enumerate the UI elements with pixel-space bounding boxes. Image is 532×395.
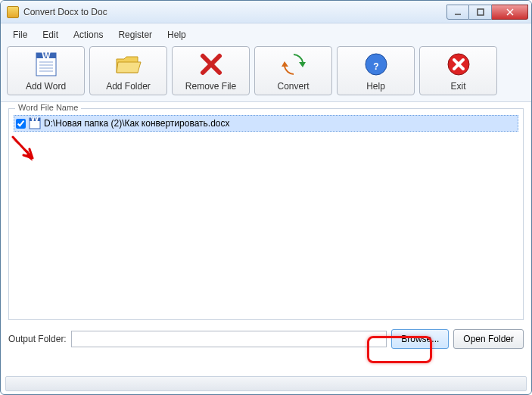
menu-actions[interactable]: Actions	[66, 26, 110, 43]
file-checkbox[interactable]	[16, 119, 26, 129]
close-button[interactable]	[492, 5, 528, 20]
add-folder-label: Add Folder	[106, 81, 151, 92]
svg-text:W: W	[30, 117, 39, 123]
maximize-button[interactable]	[469, 5, 492, 20]
help-label: Help	[366, 81, 385, 92]
svg-text:?: ?	[373, 61, 378, 72]
add-word-button[interactable]: W Add Word	[7, 46, 85, 95]
help-icon: ?	[362, 51, 390, 78]
app-icon	[7, 6, 19, 18]
exit-label: Exit	[450, 81, 465, 92]
remove-file-button[interactable]: Remove File	[172, 46, 250, 95]
folder-icon	[115, 51, 142, 78]
menu-file[interactable]: File	[5, 26, 35, 43]
convert-label: Convert	[277, 81, 309, 92]
remove-file-label: Remove File	[185, 81, 236, 92]
remove-x-icon	[198, 51, 225, 78]
svg-text:W: W	[42, 51, 51, 61]
add-folder-button[interactable]: Add Folder	[89, 46, 167, 95]
menubar: File Edit Actions Register Help	[1, 23, 531, 43]
exit-icon	[445, 51, 472, 78]
titlebar: Convert Docx to Doc	[1, 1, 531, 23]
help-button[interactable]: ? Help	[337, 46, 415, 95]
toolbar: W Add Word Add Folder Remove File Conver…	[1, 43, 531, 102]
word-document-icon: W	[33, 51, 60, 78]
menu-edit[interactable]: Edit	[35, 26, 66, 43]
menu-help[interactable]: Help	[160, 26, 194, 43]
output-row: Output Folder: Browse... Open Folder	[1, 325, 531, 353]
convert-arrows-icon	[280, 51, 307, 78]
window-controls	[446, 5, 528, 20]
menu-register[interactable]: Register	[110, 26, 160, 43]
file-path: D:\Новая папка (2)\Как конвертировать.do…	[44, 118, 230, 129]
browse-button[interactable]: Browse...	[391, 329, 449, 349]
exit-button[interactable]: Exit	[419, 46, 497, 95]
convert-button[interactable]: Convert	[254, 46, 332, 95]
list-item[interactable]: W D:\Новая папка (2)\Как конвертировать.…	[14, 115, 518, 132]
output-folder-input[interactable]	[71, 331, 387, 347]
app-window: Convert Docx to Doc File Edit Actions Re…	[0, 0, 532, 395]
minimize-button[interactable]	[446, 5, 469, 20]
add-word-label: Add Word	[26, 81, 66, 92]
word-file-icon: W	[29, 117, 41, 129]
window-title: Convert Docx to Doc	[23, 7, 446, 17]
file-list[interactable]: W D:\Новая папка (2)\Как конвертировать.…	[9, 109, 523, 138]
statusbar	[5, 376, 527, 391]
svg-rect-1	[478, 9, 484, 15]
output-folder-label: Output Folder:	[8, 334, 67, 344]
file-list-legend: Word File Name	[15, 103, 81, 112]
open-folder-button[interactable]: Open Folder	[453, 329, 524, 349]
file-list-group: Word File Name W D:\Новая папка (2)\Как …	[8, 108, 524, 320]
